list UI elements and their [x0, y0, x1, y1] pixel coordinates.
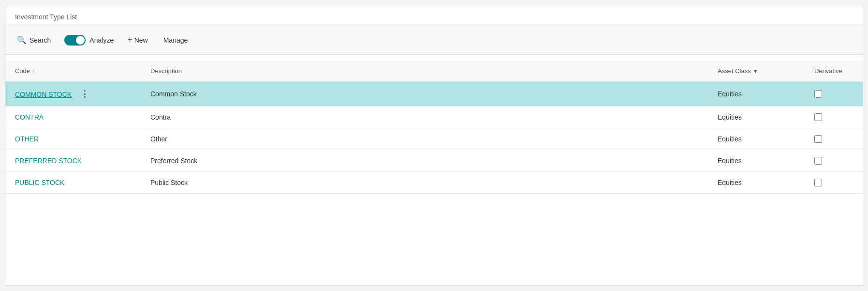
- cell-derivative: [805, 107, 863, 128]
- table-row[interactable]: PUBLIC STOCKPublic StockEquities: [5, 172, 863, 194]
- col-asset-label: Asset Class: [718, 67, 751, 75]
- investment-type-table: Code ↑ Description Asset Class ▼: [5, 61, 863, 194]
- new-button[interactable]: + New: [125, 32, 150, 48]
- sort-asc-icon: ↑: [32, 68, 35, 74]
- code-link[interactable]: PREFERRED STOCK: [15, 157, 82, 165]
- page-container: Investment Type List 🔍 Search Analyze + …: [5, 5, 863, 286]
- cell-derivative: [805, 128, 863, 150]
- col-header-description[interactable]: Description: [141, 61, 708, 82]
- cell-asset-class: Equities: [708, 107, 805, 128]
- table-row[interactable]: PREFERRED STOCKPreferred StockEquities: [5, 150, 863, 172]
- cell-description: Public Stock: [141, 172, 708, 194]
- cell-description: Common Stock: [141, 82, 708, 107]
- plus-icon: +: [127, 35, 132, 45]
- code-link[interactable]: CONTRA: [15, 113, 44, 121]
- derivative-checkbox[interactable]: [814, 113, 822, 121]
- toggle-thumb: [76, 36, 85, 45]
- cell-asset-class: Equities: [708, 172, 805, 194]
- derivative-checkbox[interactable]: [814, 157, 822, 165]
- derivative-checkbox[interactable]: [814, 135, 822, 143]
- row-context-menu-button[interactable]: ⋮: [77, 89, 92, 99]
- analyze-toggle[interactable]: [64, 35, 86, 46]
- toolbar: 🔍 Search Analyze + New Manage: [5, 26, 863, 54]
- derivative-checkbox[interactable]: [814, 90, 822, 98]
- cell-derivative: [805, 150, 863, 172]
- cell-derivative: [805, 82, 863, 107]
- cell-derivative: [805, 172, 863, 194]
- analyze-toggle-group: Analyze: [64, 35, 114, 46]
- cell-description: Other: [141, 128, 708, 150]
- cell-description: Contra: [141, 107, 708, 128]
- table-container: Code ↑ Description Asset Class ▼: [5, 61, 863, 194]
- cell-code: CONTRA: [5, 107, 141, 128]
- spacer: [5, 55, 863, 61]
- manage-label: Manage: [163, 36, 188, 44]
- table-header-row: Code ↑ Description Asset Class ▼: [5, 61, 863, 82]
- new-label: New: [134, 36, 148, 44]
- derivative-checkbox[interactable]: [814, 179, 822, 186]
- cell-code: COMMON STOCK⋮: [5, 82, 141, 107]
- search-label: Search: [29, 36, 51, 44]
- cell-description: Preferred Stock: [141, 150, 708, 172]
- code-link[interactable]: PUBLIC STOCK: [15, 179, 64, 186]
- cell-code: PUBLIC STOCK: [5, 172, 141, 194]
- col-desc-label: Description: [150, 67, 182, 75]
- cell-code: PREFERRED STOCK: [5, 150, 141, 172]
- code-link[interactable]: OTHER: [15, 135, 39, 143]
- cell-asset-class: Equities: [708, 150, 805, 172]
- code-link[interactable]: COMMON STOCK: [15, 91, 72, 98]
- table-row[interactable]: COMMON STOCK⋮Common StockEquities: [5, 82, 863, 107]
- search-icon: 🔍: [17, 35, 27, 45]
- table-row[interactable]: OTHEROtherEquities: [5, 128, 863, 150]
- cell-asset-class: Equities: [708, 82, 805, 107]
- col-header-code[interactable]: Code ↑: [5, 61, 141, 82]
- cell-asset-class: Equities: [708, 128, 805, 150]
- manage-button[interactable]: Manage: [162, 33, 190, 47]
- filter-icon: ▼: [753, 68, 758, 74]
- cell-code: OTHER: [5, 128, 141, 150]
- col-deriv-label: Derivative: [814, 67, 842, 75]
- page-title: Investment Type List: [5, 5, 863, 26]
- analyze-label: Analyze: [89, 36, 114, 44]
- col-header-derivative[interactable]: Derivative: [805, 61, 863, 82]
- search-button[interactable]: 🔍 Search: [15, 32, 53, 47]
- col-code-label: Code: [15, 67, 30, 75]
- col-header-asset-class[interactable]: Asset Class ▼: [708, 61, 805, 82]
- table-row[interactable]: CONTRAContraEquities: [5, 107, 863, 128]
